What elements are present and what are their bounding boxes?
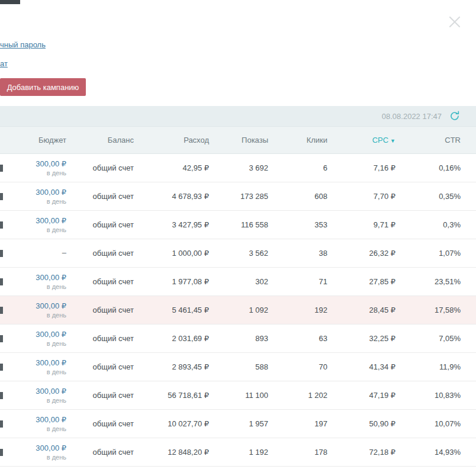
spend-cell: 56 718,61 ₽	[134, 391, 209, 400]
campaign-row[interactable]: 300,00 ₽ в день общий счет 5 461,45 ₽ 1 …	[0, 296, 476, 325]
clicks-cell: 197	[268, 419, 327, 428]
budget-cell: 300,00 ₽ в день	[0, 387, 66, 404]
balance-cell: общий счет	[66, 419, 134, 428]
campaign-row[interactable]: 300,00 ₽ в день общий счет 2 031,69 ₽ 89…	[0, 325, 476, 353]
impressions-cell: 3 562	[209, 249, 268, 258]
cpc-label: CPC	[372, 136, 388, 144]
budget-value[interactable]: 300,00 ₽	[0, 415, 66, 424]
column-header-clicks[interactable]: Клики	[268, 136, 327, 144]
impressions-cell: 116 558	[209, 220, 268, 229]
cpc-cell: 26,32 ₽	[327, 249, 395, 258]
impressions-cell: 1 092	[209, 306, 268, 314]
budget-period	[0, 258, 66, 259]
column-header-spend[interactable]: Расход	[134, 136, 209, 144]
cpc-cell: 41,34 ₽	[327, 362, 395, 371]
cutoff-fragment	[0, 165, 3, 172]
campaign-row[interactable]: 300,00 ₽ в день общий счет 4 678,93 ₽ 17…	[0, 182, 476, 211]
chat-link[interactable]: ат	[0, 59, 8, 68]
sort-desc-icon: ▼	[390, 138, 395, 144]
budget-value[interactable]: 300,00 ₽	[0, 387, 66, 396]
campaign-row[interactable]: 300,00 ₽ в день общий счет 56 718,61 ₽ 1…	[0, 381, 476, 410]
impressions-cell: 3 692	[209, 163, 268, 172]
clicks-cell: 71	[268, 277, 327, 286]
cpc-cell: 50,90 ₽	[327, 419, 395, 428]
cutoff-fragment	[0, 449, 3, 456]
balance-cell: общий счет	[66, 163, 134, 172]
campaign-row[interactable]: 300,00 ₽ в день общий счет 2 893,45 ₽ 58…	[0, 353, 476, 381]
cutoff-fragment	[0, 307, 3, 314]
budget-cell: 300,00 ₽ в день	[0, 216, 66, 233]
spend-cell: 2 893,45 ₽	[134, 362, 209, 371]
balance-cell: общий счет	[66, 334, 134, 343]
impressions-cell: 1 192	[209, 448, 268, 457]
impressions-cell: 893	[209, 334, 268, 343]
clicks-cell: 608	[268, 192, 327, 201]
campaigns-screen: чный пароль ат Добавить кампанию 08.08.2…	[0, 0, 476, 469]
cpc-cell: 28,45 ₽	[327, 306, 395, 314]
column-header-balance[interactable]: Баланс	[66, 136, 134, 144]
budget-value[interactable]: 300,00 ₽	[0, 159, 66, 168]
budget-value[interactable]: 300,00 ₽	[0, 301, 66, 310]
campaign-row[interactable]: 300,00 ₽ в день общий счет 3 427,95 ₽ 11…	[0, 211, 476, 239]
clicks-cell: 1 202	[268, 391, 327, 400]
campaign-row[interactable]: – общий счет 1 000,00 ₽ 3 562 38 26,32 ₽…	[0, 239, 476, 268]
balance-cell: общий счет	[66, 277, 134, 286]
ctr-cell: 10,83%	[395, 391, 461, 400]
budget-cell: 300,00 ₽ в день	[0, 159, 66, 176]
column-header-impressions[interactable]: Показы	[209, 136, 268, 144]
balance-cell: общий счет	[66, 220, 134, 229]
impressions-cell: 302	[209, 277, 268, 286]
impressions-cell: 173 285	[209, 192, 268, 201]
budget-cell: –	[0, 248, 66, 259]
budget-value[interactable]: 300,00 ₽	[0, 444, 66, 452]
column-header-ctr[interactable]: CTR	[395, 136, 461, 144]
budget-cell: 300,00 ₽ в день	[0, 188, 66, 205]
password-link[interactable]: чный пароль	[0, 40, 46, 49]
add-campaign-button[interactable]: Добавить кампанию	[0, 78, 86, 96]
clicks-cell: 192	[268, 306, 327, 314]
impressions-cell: 588	[209, 362, 268, 371]
budget-value[interactable]: 300,00 ₽	[0, 358, 66, 367]
ctr-cell: 0,35%	[395, 192, 461, 201]
spend-cell: 3 427,95 ₽	[134, 220, 209, 229]
column-header-cpc[interactable]: CPC▼	[327, 136, 395, 144]
budget-value[interactable]: 300,00 ₽	[0, 273, 66, 282]
balance-cell: общий счет	[66, 362, 134, 371]
close-icon[interactable]	[446, 14, 463, 30]
cpc-cell: 72,18 ₽	[327, 448, 395, 457]
budget-period: в день	[0, 311, 66, 319]
spend-cell: 1 977,08 ₽	[134, 277, 209, 286]
balance-cell: общий счет	[66, 306, 134, 314]
budget-value[interactable]: 300,00 ₽	[0, 330, 66, 339]
ctr-cell: 0,16%	[395, 163, 461, 172]
ctr-cell: 1,07%	[395, 249, 461, 258]
budget-value[interactable]: 300,00 ₽	[0, 216, 66, 225]
cpc-cell: 7,16 ₽	[327, 163, 395, 172]
refresh-icon[interactable]	[449, 110, 461, 122]
clicks-cell: 38	[268, 249, 327, 258]
budget-cell: 300,00 ₽ в день	[0, 415, 66, 432]
spend-cell: 10 027,70 ₽	[134, 419, 209, 428]
campaign-row[interactable]: 300,00 ₽ в день общий счет 1 977,08 ₽ 30…	[0, 268, 476, 296]
budget-period: в день	[0, 425, 66, 432]
budget-value[interactable]: 300,00 ₽	[0, 188, 66, 197]
balance-cell: общий счет	[66, 249, 134, 258]
cutoff-fragment	[0, 335, 3, 342]
campaign-row[interactable]: 300,00 ₽ в день общий счет 42,95 ₽ 3 692…	[0, 154, 476, 182]
cutoff-fragment	[0, 278, 3, 285]
cutoff-element	[0, 0, 20, 4]
budget-period: в день	[0, 340, 66, 347]
cpc-cell: 32,25 ₽	[327, 334, 395, 343]
spend-cell: 42,95 ₽	[134, 163, 209, 172]
clicks-cell: 70	[268, 362, 327, 371]
cpc-cell: 7,70 ₽	[327, 192, 395, 201]
column-header-budget[interactable]: Бюджет	[0, 136, 66, 144]
budget-value[interactable]: –	[0, 248, 66, 257]
ctr-cell: 7,05%	[395, 334, 461, 343]
cutoff-fragment	[0, 193, 3, 200]
budget-cell: 300,00 ₽ в день	[0, 301, 66, 319]
budget-cell: 300,00 ₽ в день	[0, 273, 66, 290]
clicks-cell: 353	[268, 220, 327, 229]
campaign-row[interactable]: 300,00 ₽ в день общий счет 12 848,20 ₽ 1…	[0, 438, 476, 467]
campaign-row[interactable]: 300,00 ₽ в день общий счет 10 027,70 ₽ 1…	[0, 410, 476, 438]
